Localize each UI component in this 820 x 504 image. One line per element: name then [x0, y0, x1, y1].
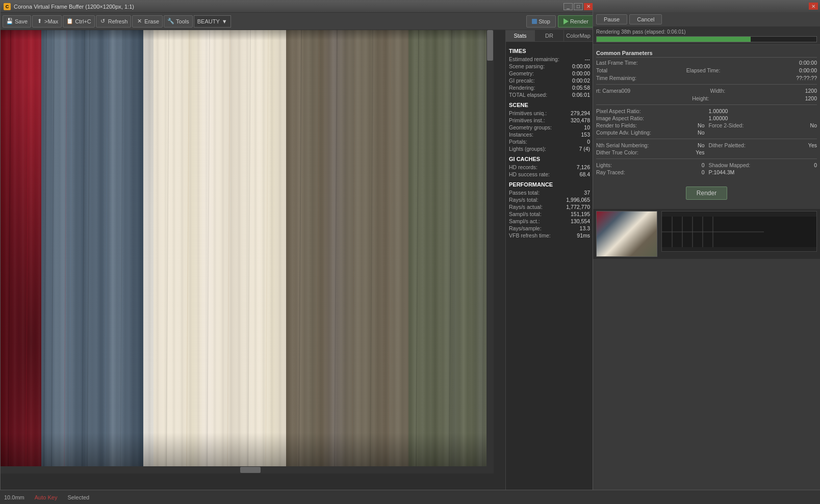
dither-true-value: Yes [696, 149, 704, 155]
save-button[interactable]: 💾 Save [3, 15, 31, 28]
render-fields-value: No [698, 122, 704, 128]
tools-label: Tools [176, 18, 189, 24]
estimated-remaining-value: --- [585, 56, 591, 62]
timeline-svg [662, 211, 816, 252]
hd-success-row: HD success rate: 68.4 [509, 171, 590, 177]
estimated-remaining-row: Estimated remaining: --- [509, 56, 590, 62]
zoom-label: 10.0mm [4, 494, 24, 500]
top-shadow [1, 30, 494, 40]
progress-bar-fill [597, 37, 751, 42]
elapsed-label: Elapsed Time: [686, 67, 721, 73]
tab-stats[interactable]: Stats [506, 30, 535, 41]
hd-success-label: HD success rate: [509, 171, 550, 177]
max-close-button[interactable]: ✕ [809, 3, 818, 10]
force-2sided-param: Force 2-Sided: No [709, 122, 817, 128]
vertical-scrollbar[interactable] [486, 30, 494, 473]
erase-button[interactable]: ✕ Erase [132, 15, 163, 28]
portals-row: Portals: 0 [509, 139, 590, 145]
tools-button[interactable]: 🔧 Tools [164, 15, 193, 28]
canvas-area [1, 30, 505, 499]
total-elapsed-value: 0:06:01 [572, 92, 590, 98]
progress-area: Rendering 38th pass (elapsed: 0:06:01) [593, 27, 820, 45]
rays-actual-row: Rays/s actual: 1,772,770 [509, 204, 590, 210]
close-button[interactable]: ✕ [584, 3, 593, 10]
force-2sided-label: Force 2-Sided: [709, 122, 744, 128]
maximize-button[interactable]: □ [574, 3, 583, 10]
horizontal-scroll-thumb[interactable] [240, 467, 261, 473]
estimated-remaining-label: Estimated remaining: [509, 56, 559, 62]
render-large-button[interactable]: Render [686, 187, 727, 200]
rays-total-value: 1,996,065 [566, 197, 590, 203]
scene-parsing-row: Scene parsing: 0:00:00 [509, 63, 590, 69]
ctrlc-button[interactable]: 📋 Ctrl+C [63, 15, 94, 28]
stats-panel: Stats DR ColorMap TIMES Estimated remain… [505, 30, 593, 499]
hd-records-value: 7,126 [577, 164, 590, 170]
primitives-inst-value: 320,478 [571, 117, 590, 123]
portals-label: Portals: [509, 139, 527, 145]
samples-actual-row: Sampl/s act.: 130,554 [509, 218, 590, 224]
vfb-refresh-value: 91ms [577, 232, 590, 238]
minimap-side [661, 211, 817, 252]
samples-total-label: Sampl/s total: [509, 211, 542, 217]
gi-precalc-label: GI precalc: [509, 77, 535, 84]
save-label: Save [15, 18, 28, 24]
lights-groups-label: Lights (groups): [509, 146, 546, 152]
height-label: Height: [692, 95, 709, 101]
minimap-area [593, 209, 820, 259]
dropdown-arrow-icon: ▼ [222, 18, 227, 24]
cancel-button[interactable]: Cancel [629, 14, 662, 24]
ctrlc-label: Ctrl+C [75, 18, 91, 24]
vertical-scroll-thumb[interactable] [487, 30, 493, 61]
passes-total-label: Passes total: [509, 190, 540, 196]
performance-section-title: PERFORMANCE [509, 181, 590, 188]
render-label: Render [570, 18, 588, 24]
rays-sample-row: Rays/sample: 13.3 [509, 225, 590, 231]
save-icon: 💾 [6, 18, 13, 25]
horizontal-scrollbar[interactable] [1, 466, 494, 473]
corona-icon: C [4, 3, 11, 10]
divider1 [596, 84, 817, 85]
vfb-window: C Corona Virtual Frame Buffer (1200×1200… [0, 0, 597, 504]
lights-groups-row: Lights (groups): 7 (4) [509, 146, 590, 152]
vfb-title: C Corona Virtual Frame Buffer (1200×1200… [4, 3, 134, 10]
stats-tabs: Stats DR ColorMap [506, 30, 593, 42]
primitives-inst-label: Primitives inst.: [509, 117, 545, 123]
render-button[interactable]: Render [558, 15, 594, 28]
max-label: >Max [44, 18, 58, 24]
max-button[interactable]: ⬆ >Max [32, 15, 62, 28]
curtain-scene [1, 30, 494, 473]
selected-label: Selected [67, 494, 89, 500]
beauty-dropdown[interactable]: BEAUTY ▼ [194, 15, 231, 28]
shadow-mapped-value: 0 [814, 162, 817, 168]
pause-button[interactable]: Pause [596, 14, 627, 24]
lights-param: Lights: 0 [596, 162, 705, 168]
tab-colormap[interactable]: ColorMap [564, 30, 593, 41]
stop-button[interactable]: Stop [526, 15, 556, 28]
gi-precalc-row: GI precalc: 0:00:02 [509, 77, 590, 84]
stop-icon [532, 19, 537, 24]
window-controls: _ □ ✕ [563, 3, 593, 10]
max-icon: ⬆ [36, 18, 43, 25]
times-section-title: TIMES [509, 48, 590, 54]
rendering-row: Rendering: 0:05:58 [509, 85, 590, 91]
geometry-label: Geometry: [509, 70, 534, 76]
max-toolbar: Pause Cancel [593, 12, 820, 27]
refresh-button[interactable]: ↺ Refresh [96, 15, 132, 28]
passes-total-row: Passes total: 37 [509, 190, 590, 196]
minimize-button[interactable]: _ [563, 3, 573, 10]
geometry-groups-value: 10 [584, 124, 590, 130]
common-params-title: Common Parameters [596, 49, 817, 58]
last-frame-row: Last Frame Time: 0:00:00 [596, 60, 817, 66]
primitives-uniq-row: Primitives uniq.: 279,294 [509, 110, 590, 116]
divider3 [596, 139, 817, 139]
image-aspect-param: Image Aspect Ratio: [596, 115, 705, 121]
dither-paletted-label: Dither Paletted: [709, 142, 746, 148]
geometry-value: 0:00:00 [572, 70, 590, 76]
rays-total-row: Rays/s total: 1,996,065 [509, 197, 590, 203]
tab-dr[interactable]: DR [535, 30, 564, 41]
minimap-container [596, 211, 817, 257]
scene-section-title: SCENE [509, 102, 590, 108]
hd-records-label: HD records: [509, 164, 537, 170]
refresh-label: Refresh [108, 18, 128, 24]
samples-actual-label: Sampl/s act.: [509, 218, 540, 224]
